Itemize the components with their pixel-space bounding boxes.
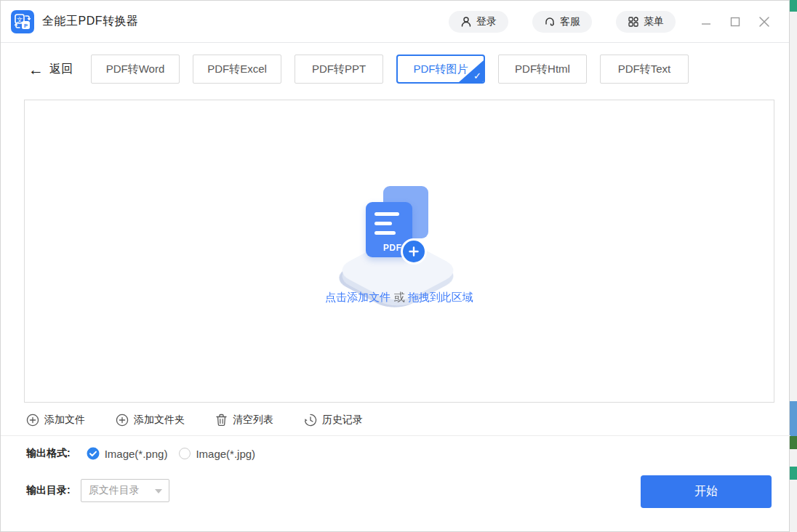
hint-drag-here: 拖拽到此区域 [408, 291, 473, 303]
login-button[interactable]: 登录 [449, 11, 508, 33]
check-icon: ✓ [473, 70, 481, 81]
output-format-row: 输出格式: Image(*.png) Image(*.jpg) [26, 444, 255, 463]
output-dir-value: 原文件目录 [89, 484, 140, 497]
titlebar: 文 P 全能王PDF转换器 登录 [1, 1, 789, 43]
window-controls [692, 7, 779, 36]
tab-label: PDF转Html [515, 63, 570, 76]
clear-list-button[interactable]: 清空列表 [215, 414, 273, 427]
tab-label: PDF转PPT [312, 63, 366, 76]
divider [1, 435, 790, 436]
trash-icon [215, 414, 228, 427]
svg-text:文: 文 [17, 15, 23, 23]
add-file-label: 添加文件 [44, 414, 85, 427]
plus-circle-icon [116, 414, 129, 427]
maximize-button[interactable] [721, 7, 750, 36]
output-dir-row: 输出目录: 原文件目录 [26, 479, 169, 502]
pdf-badge: PDF [383, 243, 402, 253]
output-dir-label: 输出目录: [26, 484, 71, 497]
headset-icon [544, 16, 556, 28]
history-button[interactable]: 历史记录 [304, 414, 363, 427]
conversion-nav: ← 返回 PDF转Word✓ PDF转Excel✓ PDF转PPT✓ PDF转图… [1, 53, 789, 85]
tab-label: PDF转Word [106, 63, 165, 76]
tab-pdf-to-html[interactable]: PDF转Html✓ [498, 55, 587, 84]
history-label: 历史记录 [322, 414, 363, 427]
add-plus-icon [401, 238, 427, 265]
app-logo-icon: 文 P [11, 10, 34, 33]
radio-jpg-label: Image(*.jpg) [196, 448, 255, 460]
app-title: 全能王PDF转换器 [42, 14, 139, 29]
file-dropzone[interactable]: PDF 点击添加文件 或 拖拽到此区域 [24, 100, 774, 403]
background-desktop-strip [790, 0, 797, 532]
plus-circle-icon [26, 414, 39, 427]
background-fragment [790, 467, 797, 480]
add-file-button[interactable]: 添加文件 [26, 414, 85, 427]
dropzone-hint: 点击添加文件 或 拖拽到此区域 [25, 291, 774, 305]
chevron-down-icon [155, 489, 162, 493]
output-dir-select[interactable]: 原文件目录 [81, 479, 169, 502]
background-photo-fragment [790, 436, 797, 449]
add-files-illustration: PDF [341, 186, 457, 281]
tab-pdf-to-ppt[interactable]: PDF转PPT✓ [295, 55, 383, 84]
radio-png-label: Image(*.png) [105, 448, 168, 460]
check-circle-icon [87, 447, 100, 460]
add-folder-button[interactable]: 添加文件夹 [116, 414, 185, 427]
menu-button[interactable]: 菜单 [616, 11, 676, 33]
radio-unchecked-icon [179, 448, 191, 459]
close-button[interactable] [750, 7, 779, 36]
tab-pdf-to-excel[interactable]: PDF转Excel✓ [193, 55, 281, 84]
support-button[interactable]: 客服 [532, 11, 592, 33]
titlebar-actions: 登录 客服 菜单 [425, 7, 789, 36]
background-fragment [790, 0, 797, 12]
user-icon [460, 16, 472, 28]
back-label: 返回 [49, 62, 73, 77]
svg-text:P: P [24, 22, 28, 28]
clear-list-label: 清空列表 [233, 414, 273, 427]
support-label: 客服 [560, 15, 580, 28]
add-folder-label: 添加文件夹 [134, 414, 185, 427]
start-button[interactable]: 开始 [641, 475, 772, 508]
app-window: 文 P 全能王PDF转换器 登录 [0, 0, 790, 532]
back-arrow-icon: ← [28, 62, 44, 77]
minimize-button[interactable] [692, 7, 721, 36]
back-button[interactable]: ← 返回 [28, 62, 73, 77]
tab-pdf-to-word[interactable]: PDF转Word✓ [91, 55, 180, 84]
tab-bar: PDF转Word✓ PDF转Excel✓ PDF转PPT✓ PDF转图片✓ PD… [91, 55, 689, 84]
tab-pdf-to-image[interactable]: PDF转图片✓ [396, 55, 485, 84]
file-toolbar: 添加文件 添加文件夹 清空列表 [26, 410, 363, 430]
login-label: 登录 [476, 15, 497, 28]
menu-label: 菜单 [644, 15, 664, 28]
radio-image-jpg[interactable]: Image(*.jpg) [179, 448, 255, 460]
tab-label: PDF转Excel [207, 63, 267, 76]
grid-menu-icon [628, 16, 639, 28]
output-format-label: 输出格式: [26, 447, 71, 460]
hint-or: 或 [391, 291, 407, 303]
radio-image-png[interactable]: Image(*.png) [87, 447, 168, 460]
screen: 文 P 全能王PDF转换器 登录 [0, 0, 797, 532]
history-clock-icon [304, 414, 317, 427]
background-photo-fragment [790, 401, 797, 436]
hint-add-files[interactable]: 点击添加文件 [325, 291, 391, 303]
tab-label: PDF转Text [618, 63, 671, 76]
tab-pdf-to-text[interactable]: PDF转Text✓ [600, 55, 689, 84]
